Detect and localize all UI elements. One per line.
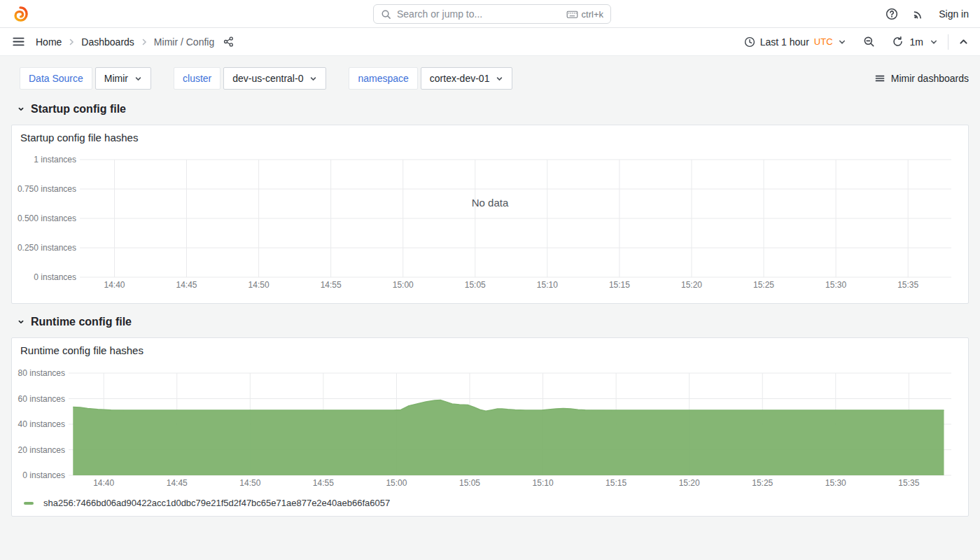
breadcrumb-dashboards[interactable]: Dashboards (81, 36, 134, 48)
panel-title[interactable]: Startup config file hashes (12, 125, 968, 149)
cluster-select[interactable]: dev-us-central-0 (223, 67, 326, 90)
svg-text:15:00: 15:00 (393, 280, 414, 290)
legend-swatch (24, 502, 34, 505)
svg-text:15:20: 15:20 (679, 478, 700, 488)
menu-icon[interactable] (11, 34, 26, 49)
section-chevron-icon (17, 318, 25, 326)
chevron-down-icon (134, 75, 142, 83)
svg-text:0 instances: 0 instances (34, 272, 76, 282)
nav-right-group: Sign in (886, 0, 969, 28)
svg-text:40 instances: 40 instances (18, 419, 65, 429)
svg-text:15:35: 15:35 (897, 280, 918, 290)
cluster-variable: cluster dev-us-central-0 (174, 67, 326, 90)
startup-config-chart[interactable]: 1 instances0.750 instances0.500 instance… (12, 149, 968, 303)
variables-row: Data Source Mimir cluster dev-us-central… (20, 67, 969, 90)
panel-title[interactable]: Runtime config file hashes (12, 338, 968, 362)
chevron-down-icon (496, 75, 503, 83)
svg-text:14:55: 14:55 (313, 478, 334, 488)
svg-text:1 instances: 1 instances (34, 155, 76, 164)
svg-text:15:15: 15:15 (609, 280, 630, 290)
chevron-up-icon[interactable] (958, 36, 969, 47)
refresh-picker[interactable]: 1m (892, 36, 938, 48)
svg-text:14:40: 14:40 (104, 280, 125, 290)
datasource-select[interactable]: Mimir (95, 67, 151, 90)
dashboard-toolbar: Home Dashboards Mimir / Config Last 1 ho… (0, 28, 980, 56)
breadcrumb-home[interactable]: Home (36, 36, 62, 48)
top-nav: ctrl+k Sign in (0, 0, 980, 28)
section-chevron-icon (17, 105, 25, 113)
breadcrumb: Home Dashboards Mimir / Config (36, 36, 214, 48)
breadcrumb-current: Mimir / Config (154, 36, 214, 48)
svg-text:15:20: 15:20 (681, 280, 702, 290)
toolbar-right-group: Last 1 hour UTC 1m (744, 34, 969, 50)
search-icon (381, 9, 391, 20)
svg-text:14:50: 14:50 (248, 280, 270, 290)
svg-text:80 instances: 80 instances (18, 368, 65, 378)
keyboard-icon (566, 9, 578, 20)
svg-text:14:55: 14:55 (321, 280, 342, 290)
svg-text:15:10: 15:10 (533, 478, 554, 488)
datasource-variable: Data Source Mimir (20, 67, 151, 90)
svg-text:15:30: 15:30 (825, 280, 846, 290)
section-runtime-config[interactable]: Runtime config file (17, 315, 969, 329)
sign-in-button[interactable]: Sign in (939, 8, 969, 20)
section-title: Startup config file (31, 103, 126, 115)
svg-text:60 instances: 60 instances (18, 394, 65, 404)
share-icon[interactable] (223, 36, 234, 48)
runtime-config-chart[interactable]: 80 instances60 instances40 instances20 i… (12, 362, 968, 516)
svg-text:15:10: 15:10 (537, 280, 558, 290)
svg-text:0.750 instances: 0.750 instances (18, 184, 76, 194)
time-range-label: Last 1 hour (760, 36, 809, 48)
svg-text:15:05: 15:05 (459, 478, 480, 488)
chevron-down-icon (309, 75, 317, 83)
legend-series-name: sha256:7466bd06ad90422acc1d0dbc79e21f5d2… (43, 498, 390, 508)
refresh-icon (892, 36, 904, 48)
svg-text:0 instances: 0 instances (22, 470, 65, 480)
svg-text:15:15: 15:15 (606, 478, 626, 488)
svg-text:15:05: 15:05 (465, 280, 486, 290)
toolbar-divider (948, 34, 948, 50)
chevron-right-icon (67, 38, 76, 46)
svg-text:15:35: 15:35 (898, 478, 919, 488)
dashboard-content: Data Source Mimir cluster dev-us-central… (0, 56, 980, 528)
chevron-down-icon (930, 38, 938, 46)
namespace-variable: namespace cortex-dev-01 (349, 67, 512, 90)
rss-icon[interactable] (912, 8, 925, 20)
help-icon[interactable] (886, 8, 898, 20)
svg-text:0.250 instances: 0.250 instances (18, 243, 76, 253)
panel-startup-config-hashes: Startup config file hashes 1 instances0.… (11, 125, 969, 304)
chevron-right-icon (140, 38, 148, 46)
search-shortcut: ctrl+k (566, 9, 603, 20)
no-data-message: No data (12, 197, 968, 209)
grafana-logo[interactable] (11, 5, 29, 23)
svg-text:20 instances: 20 instances (18, 445, 65, 455)
namespace-select[interactable]: cortex-dev-01 (421, 67, 513, 90)
svg-text:15:25: 15:25 (752, 478, 773, 488)
panel-runtime-config-hashes: Runtime config file hashes 80 instances6… (11, 337, 969, 517)
svg-text:15:00: 15:00 (386, 478, 407, 488)
search-input[interactable] (397, 8, 566, 20)
search-box[interactable]: ctrl+k (373, 4, 611, 24)
time-range-picker[interactable]: Last 1 hour UTC (744, 36, 846, 48)
clock-icon (744, 36, 755, 48)
legend-item[interactable]: sha256:7466bd06ad90422acc1d0dbc79e21f5d2… (24, 498, 390, 508)
svg-text:14:40: 14:40 (93, 478, 114, 488)
namespace-label: namespace (349, 67, 417, 90)
svg-text:0.500 instances: 0.500 instances (18, 214, 76, 223)
svg-text:14:45: 14:45 (176, 280, 197, 290)
list-icon (874, 73, 886, 84)
zoom-out-icon[interactable] (863, 36, 875, 48)
timezone-label: UTC (814, 36, 833, 47)
svg-text:14:45: 14:45 (167, 478, 188, 488)
svg-text:14:50: 14:50 (239, 478, 260, 488)
cluster-label: cluster (174, 67, 220, 90)
section-startup-config[interactable]: Startup config file (17, 102, 969, 116)
datasource-label: Data Source (20, 67, 92, 90)
section-title: Runtime config file (31, 316, 132, 328)
refresh-interval-label: 1m (910, 36, 923, 48)
mimir-dashboards-button[interactable]: Mimir dashboards (874, 73, 969, 84)
svg-text:15:25: 15:25 (753, 280, 774, 290)
chevron-down-icon (838, 38, 846, 46)
svg-text:15:30: 15:30 (825, 478, 846, 488)
